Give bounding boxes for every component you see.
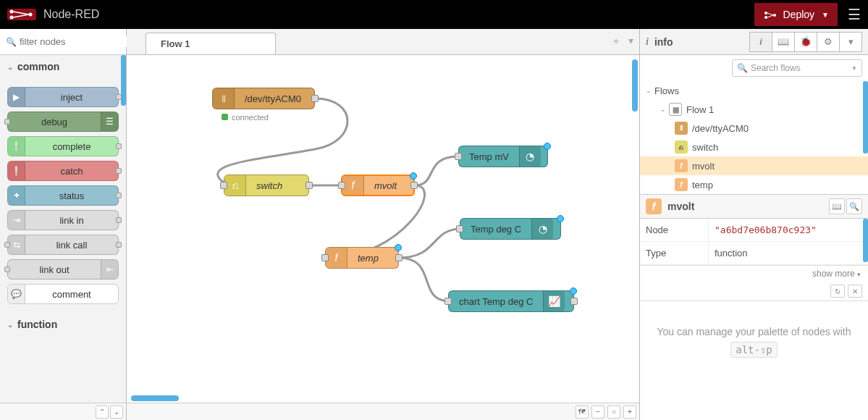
output-port [116, 94, 122, 100]
palette-node-link-call[interactable]: ⇆ link call [7, 235, 119, 255]
sidebar-tip: You can manage your palette of nodes wit… [640, 301, 868, 381]
flow-menu-button[interactable]: ▾ [628, 35, 633, 48]
input-port[interactable] [455, 153, 462, 160]
node-search-button[interactable]: 🔍 [846, 198, 862, 214]
switch-icon: ⎌ [224, 175, 246, 196]
node-gauge-c[interactable]: Temp deg C ◔ [460, 218, 561, 240]
input-port[interactable] [444, 298, 452, 305]
node-serial[interactable]: ⫴ /dev/ttyACM0 connected [212, 88, 315, 109]
deploy-caret-icon[interactable]: ▼ [822, 11, 829, 19]
detail-scrollbar[interactable] [863, 219, 868, 262]
palette-scrollbar[interactable] [121, 55, 126, 106]
input-port[interactable] [321, 254, 329, 261]
tree-item-serial[interactable]: ⫴ /dev/ttyACM0 [640, 119, 868, 138]
sidebar-tab-config[interactable]: ⚙ [817, 32, 840, 52]
node-detail-table: Node "a6bd7e06b870c923" Type function [640, 219, 868, 266]
changed-indicator [395, 244, 402, 251]
palette-filter-input[interactable] [20, 36, 141, 47]
svg-point-0 [10, 10, 14, 14]
output-port [116, 193, 122, 198]
tree-item-switch[interactable]: ⎌ switch [640, 138, 868, 156]
palette-footer: ⌃ ⌄ [0, 403, 126, 420]
sidebar-tab-debug[interactable]: 🐞 [794, 32, 817, 52]
palette-node-catch[interactable]: ❕ catch [7, 161, 119, 181]
output-port[interactable] [395, 254, 403, 261]
sidebar-tab-info[interactable]: i [749, 32, 772, 52]
zoom-out-button[interactable]: − [591, 406, 604, 419]
changed-indicator [557, 215, 564, 222]
deploy-icon [763, 10, 778, 19]
input-port[interactable] [338, 182, 345, 189]
switch-icon: ⎌ [675, 140, 688, 154]
output-port [116, 242, 122, 248]
chevron-down-icon: ⌄ [660, 106, 669, 113]
main-menu-button[interactable]: ☰ [848, 6, 861, 23]
navigator-button[interactable]: 🗺 [576, 406, 589, 419]
flow-canvas[interactable]: ⫴ /dev/ttyACM0 connected ⎌ switch f mvol… [127, 55, 639, 403]
palette-node-comment[interactable]: 💬 comment [7, 284, 119, 304]
sidebar: i info i 📖 🐞 ⚙ ▾ 🔍 Search flows ▼ ⌄ Flow [640, 29, 868, 420]
info-icon: i [646, 36, 649, 48]
palette-category-common[interactable]: ⌄ common [0, 55, 126, 78]
refresh-button[interactable]: ↻ [830, 285, 845, 298]
output-port[interactable] [570, 298, 578, 305]
zoom-reset-button[interactable]: ○ [607, 406, 620, 419]
gauge-icon: ◔ [531, 219, 553, 239]
link-out-icon: ⇤ [101, 260, 118, 279]
close-button[interactable]: ✕ [848, 285, 862, 298]
input-port [4, 119, 10, 125]
zoom-in-button[interactable]: + [623, 406, 636, 419]
serial-icon: ⫴ [213, 88, 235, 109]
deploy-button[interactable]: Deploy ▼ [754, 3, 838, 26]
add-flow-button[interactable]: ＋ [611, 35, 621, 48]
output-port[interactable] [306, 182, 313, 189]
node-temp[interactable]: f temp [325, 247, 399, 269]
svg-point-3 [764, 12, 767, 14]
palette-node-complete[interactable]: ❕ complete [7, 136, 119, 156]
flow-tab[interactable]: Flow 1 [146, 33, 276, 54]
node-detail-title: mvolt [667, 201, 694, 212]
flow-icon: ▦ [669, 103, 682, 116]
show-more-button[interactable]: show more [640, 266, 868, 282]
input-port[interactable] [220, 182, 227, 189]
palette-search[interactable]: 🔍 [0, 29, 126, 55]
palette-node-link-in[interactable]: ⇥ link in [7, 210, 119, 230]
sidebar-tab-menu[interactable]: ▾ [839, 32, 862, 52]
node-switch[interactable]: ⎌ switch [224, 175, 309, 196]
svg-point-2 [29, 13, 33, 17]
palette-node-link-out[interactable]: link out ⇤ [7, 259, 119, 280]
input-port[interactable] [456, 225, 463, 232]
tree-item-flows[interactable]: ⌄ Flows [640, 81, 868, 100]
complete-icon: ❕ [8, 137, 25, 156]
node-gauge-mv[interactable]: Temp mV ◔ [458, 146, 548, 167]
sidebar-tree: ⌄ Flows ⌄ ▦ Flow 1 ⫴ /dev/ttyACM0 ⎌ swit… [640, 81, 868, 194]
node-help-button[interactable]: 📖 [829, 198, 845, 214]
node-chart-c[interactable]: chart Temp deg C 📈 [448, 290, 574, 312]
output-port[interactable] [311, 95, 319, 102]
palette-node-status[interactable]: ✦ status [7, 185, 119, 206]
svg-point-4 [764, 16, 767, 19]
sidebar-search-row: 🔍 Search flows ▼ [640, 55, 868, 81]
svg-point-1 [10, 16, 14, 20]
tree-item-mvolt[interactable]: f mvolt [640, 156, 868, 175]
inject-icon: ▶ [8, 88, 25, 106]
tree-scrollbar[interactable] [863, 81, 868, 154]
sidebar-search-input[interactable]: 🔍 Search flows ▼ [732, 59, 862, 77]
palette-expand-button[interactable]: ⌄ [110, 406, 123, 419]
output-port[interactable] [410, 182, 418, 189]
palette-node-inject[interactable]: ▶ inject [7, 87, 119, 107]
palette-category-function[interactable]: ⌄ function [0, 313, 126, 336]
sidebar-tab-help[interactable]: 📖 [772, 32, 795, 52]
detail-key-node: Node [640, 219, 709, 241]
node-mvolt[interactable]: f mvolt [341, 175, 415, 196]
debug-icon: ☰ [101, 112, 118, 131]
palette-node-debug[interactable]: debug ☰ [7, 112, 119, 132]
hotkey-code: alt-⇧p [730, 342, 778, 358]
function-icon: f [342, 176, 364, 195]
node-detail-header: f mvolt 📖 🔍 [640, 194, 868, 219]
tree-item-temp[interactable]: f temp [640, 175, 868, 194]
palette-collapse-button[interactable]: ⌃ [96, 406, 109, 419]
tree-item-flow1[interactable]: ⌄ ▦ Flow 1 [640, 100, 868, 119]
logo-icon [7, 9, 36, 20]
deploy-label: Deploy [783, 9, 815, 20]
